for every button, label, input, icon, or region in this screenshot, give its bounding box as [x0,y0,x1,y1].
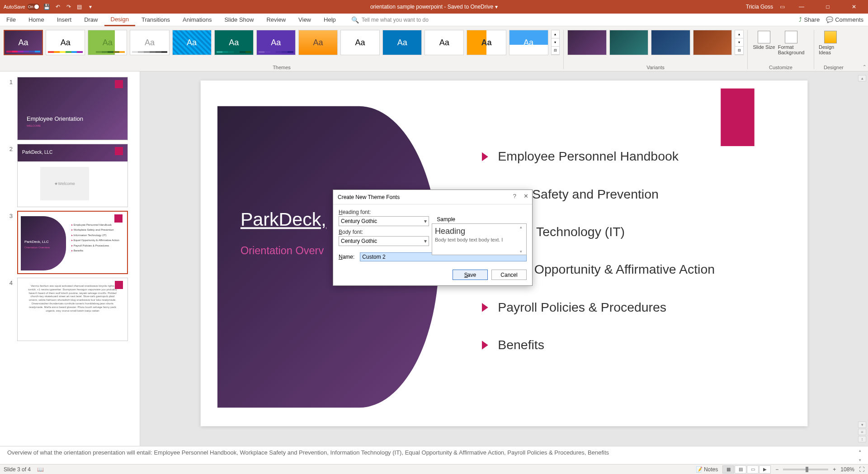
share-icon: ⤴ [799,16,802,23]
fit-to-window-button[interactable]: ⛶ [859,466,864,473]
variants-gallery: ▴▾⊟ [567,28,744,55]
tab-help[interactable]: Help [317,14,342,26]
slide-subtitle-text[interactable]: Orientation Overv [241,245,324,257]
slide-thumbnail[interactable]: ParkDeck, LLC ★ Welcome [17,144,128,207]
undo-icon[interactable]: ↶ [54,3,61,10]
themes-more-button[interactable]: ▴▾⊟ [551,30,560,55]
theme-item[interactable]: Aa [298,30,338,55]
theme-item[interactable]: Aa [172,30,212,55]
vertical-scrollbar[interactable]: ▴ [858,75,866,81]
theme-item[interactable]: Aa [130,30,169,55]
tell-me-search[interactable]: 🔍 Tell me what you want to do [351,16,429,24]
thumb-bullets: Employee Personnel HandbookWorkplace Saf… [71,223,119,253]
save-icon[interactable]: 💾 [43,3,51,10]
variant-item[interactable] [609,30,649,55]
autosave-toggle[interactable]: AutoSave On [4,4,40,10]
zoom-in-button[interactable]: + [833,466,836,473]
redo-icon[interactable]: ↷ [65,3,72,10]
tab-animations[interactable]: Animations [176,14,218,26]
notes-pane[interactable]: Overview of what the orientation present… [0,446,868,464]
theme-item[interactable]: Aa [4,30,43,55]
theme-item[interactable]: Aa [88,30,127,55]
slide-accent-shape[interactable] [721,89,754,146]
tab-insert[interactable]: Insert [51,14,78,26]
reading-view-button[interactable]: ▭ [747,465,759,474]
notes-scrollbar[interactable]: ▴▾ [859,448,866,462]
thumb-subtitle: Orientation Overview [24,246,50,249]
body-font-dropdown[interactable]: Century Gothic [339,236,429,246]
zoom-out-button[interactable]: − [775,466,778,473]
variant-item[interactable] [567,30,607,55]
thumb-title: Employee Orientation [27,115,83,122]
sorter-view-button[interactable]: ▤ [735,465,746,474]
ribbon-design: Aa Aa Aa Aa Aa Aa Aa Aa Aa Aa Aa Aa Aa ▴… [0,26,868,71]
vertical-scrollbar[interactable]: ▾≡↕ [858,422,866,442]
slide-thumbnail[interactable]: ParkDeck, LLC Orientation Overview Emplo… [17,211,128,274]
tab-view[interactable]: View [292,14,317,26]
spellcheck-icon[interactable]: 📖 [37,466,44,473]
tab-design[interactable]: Design [104,14,135,26]
slide-thumbnail[interactable]: Venmo fashion axe squid activated charco… [17,278,128,341]
collapse-ribbon-button[interactable]: ⌃ [863,64,866,69]
dialog-titlebar[interactable]: Create New Theme Fonts ? ✕ [333,190,532,204]
toggle-switch-icon[interactable]: On [27,4,40,10]
variant-item[interactable] [651,30,690,55]
document-title[interactable]: orientation sample powerpoint - Saved to… [370,4,498,10]
bullet-text: Payroll Policies & Procedures [498,300,666,314]
zoom-slider[interactable] [783,469,828,470]
tab-transitions[interactable]: Transitions [135,14,176,26]
close-button[interactable]: ✕ [844,0,864,14]
slide-counter[interactable]: Slide 3 of 4 [4,466,31,473]
chevron-down-icon[interactable]: ▾ [495,4,498,10]
theme-item[interactable]: Aa [382,30,422,55]
status-bar: Slide 3 of 4 📖 📝 Notes ▦ ▤ ▭ ▶ − + 108% … [0,464,868,474]
save-button[interactable]: Save [453,270,488,280]
more-icon[interactable]: ▾ [87,3,94,10]
theme-item[interactable]: Aa [467,30,506,55]
theme-item[interactable]: Aa [509,30,548,55]
minimize-button[interactable]: — [791,0,812,14]
present-icon[interactable]: ▤ [76,3,83,10]
theme-item[interactable]: Aa [256,30,296,55]
tab-review[interactable]: Review [260,14,292,26]
slide-size-button[interactable]: Slide Size [751,30,777,56]
maximize-button[interactable]: □ [817,0,838,14]
slide-thumbnails-panel: 1 Employee Orientation WELCOME 2 ParkDec… [0,71,140,446]
format-background-button[interactable]: Format Background [778,30,804,56]
notes-text: Overview of what the orientation present… [7,449,609,456]
sample-body-text: Body text body text body text. I [435,237,524,242]
doc-title-text: orientation sample powerpoint - Saved to… [370,4,493,10]
slideshow-view-button[interactable]: ▶ [759,465,771,474]
tab-slideshow[interactable]: Slide Show [218,14,260,26]
create-theme-fonts-dialog: Create New Theme Fonts ? ✕ Heading font:… [333,190,533,286]
theme-item[interactable]: Aa [425,30,464,55]
sample-scrollbar[interactable]: ▴▾ [519,224,526,255]
theme-item[interactable]: Aa [340,30,380,55]
theme-item[interactable]: Aa [46,30,85,55]
dialog-help-button[interactable]: ? [513,193,516,199]
cancel-button[interactable]: Cancel [491,270,527,280]
variants-more-button[interactable]: ▴▾⊟ [735,30,744,55]
bullet-arrow-icon [482,303,488,312]
heading-font-dropdown[interactable]: Century Gothic [339,216,429,226]
zoom-level[interactable]: 108% [840,466,854,473]
ribbon-options-icon[interactable]: ▭ [778,3,786,10]
dialog-close-button[interactable]: ✕ [524,193,528,199]
slide-thumbnail[interactable]: Employee Orientation WELCOME [17,77,128,140]
tab-draw[interactable]: Draw [78,14,104,26]
tab-home[interactable]: Home [22,14,51,26]
sample-label: Sample [437,216,455,223]
slide-title-text[interactable]: ParkDeck, [241,209,326,230]
share-button[interactable]: ⤴Share [799,16,820,23]
theme-item[interactable]: Aa [214,30,254,55]
slide-size-icon [758,31,770,43]
thumb-subtitle: WELCOME [27,124,41,127]
normal-view-button[interactable]: ▦ [722,465,734,474]
tab-file[interactable]: File [0,14,22,26]
thumb-number: 1 [5,77,13,140]
notes-button[interactable]: 📝 Notes [696,466,718,473]
design-ideas-button[interactable]: Design Ideas [818,30,843,56]
variant-item[interactable] [693,30,732,55]
user-name[interactable]: Tricia Goss [746,4,773,10]
comments-button[interactable]: 💬Comments [826,16,863,23]
